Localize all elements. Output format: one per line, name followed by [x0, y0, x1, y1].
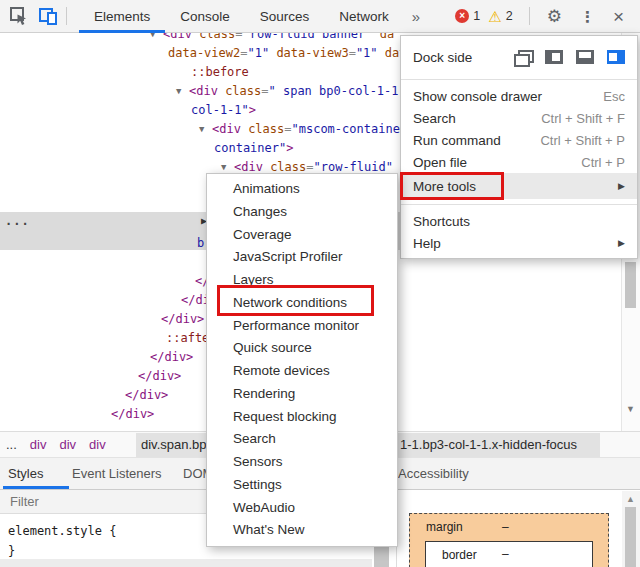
warning-icon[interactable]: ⚠ [488, 9, 501, 24]
menu-divider [401, 79, 637, 80]
dom-tree-line: </div> [150, 350, 193, 365]
devtools-window: ElementsConsoleSourcesNetwork» × 1 ⚠ 2 ⚙… [0, 0, 640, 567]
submenu-arrow-icon: ▶ [618, 181, 625, 191]
menu-item-help[interactable]: Help▶ [401, 232, 637, 254]
tab-network[interactable]: Network [324, 0, 404, 33]
dom-tree-line: </div> [125, 388, 168, 403]
tab-styles[interactable]: Styles [8, 458, 43, 489]
submenu-item-quick-source[interactable]: Quick source [207, 337, 397, 360]
submenu-item-changes[interactable]: Changes [207, 201, 397, 224]
filter-input[interactable]: Filter [10, 490, 39, 513]
more-tabs-icon[interactable]: » [404, 0, 428, 33]
submenu-item-request-blocking[interactable]: Request blocking [207, 406, 397, 429]
more-tools-highlight-box [400, 172, 504, 200]
menu-shortcut: Ctrl + P [581, 155, 625, 170]
dock-bottom-icon[interactable] [576, 50, 594, 64]
menu-item-label: Open file [413, 155, 467, 170]
submenu-item-animations[interactable]: Animations [207, 178, 397, 201]
menu-divider [401, 204, 637, 205]
styles-scrollbar-thumb[interactable] [374, 547, 389, 567]
menu-item-dock-side[interactable]: Dock side [401, 40, 637, 74]
scroll-up-arrow-icon[interactable]: ▲ [624, 494, 637, 504]
sidebar-scrollbar-thumb[interactable] [625, 507, 636, 567]
tab-event-listeners[interactable]: Event Listeners [72, 458, 162, 489]
devtools-main-menu: Dock sideShow console drawerEscSearchCtr… [400, 35, 638, 259]
devtools-toolbar: ElementsConsoleSourcesNetwork» × 1 ⚠ 2 ⚙… [0, 0, 640, 33]
device-toolbar-icon[interactable] [38, 6, 58, 26]
tab-elements[interactable]: Elements [79, 0, 165, 33]
dom-tree-line: container"> [214, 141, 293, 156]
menu-dots-icon[interactable]: ⋮ [580, 9, 595, 24]
margin-label: margin [426, 520, 463, 534]
toolbar-divider [66, 7, 67, 25]
dom-tree-line: </div> [161, 312, 204, 327]
breadcrumb-list: divdivdiv [30, 437, 119, 452]
dock-side-icons [514, 50, 625, 64]
menu-shortcut: Esc [603, 89, 625, 104]
border-label: border [442, 548, 477, 562]
submenu-item-performance-monitor[interactable]: Performance monitor [207, 315, 397, 338]
dock-left-icon[interactable] [545, 50, 563, 64]
error-icon[interactable]: × [455, 9, 469, 23]
submenu-item-search[interactable]: Search [207, 428, 397, 451]
error-x-glyph: × [459, 11, 465, 21]
submenu-item-coverage[interactable]: Coverage [207, 224, 397, 247]
breadcrumb-crumb[interactable]: div [59, 437, 76, 452]
breadcrumb-crumb[interactable]: div [89, 437, 106, 452]
undock-icon[interactable] [514, 50, 532, 64]
submenu-item-sensors[interactable]: Sensors [207, 451, 397, 474]
menu-item-label: Shortcuts [413, 214, 470, 229]
metrics-pane: margin – border – [396, 490, 640, 567]
dom-tree-line: b [197, 236, 204, 251]
dom-scrollbar-thumb[interactable] [625, 262, 636, 308]
menu-item-shortcuts[interactable]: Shortcuts [401, 210, 637, 232]
menu-shortcut: Ctrl + Shift + P [540, 133, 625, 148]
dom-tree-line: ::before [191, 65, 249, 80]
styles-horizontal-scrollbar[interactable] [0, 559, 372, 567]
submenu-item-javascript-profiler[interactable]: JavaScript Profiler [207, 246, 397, 269]
submenu-item-remote-devices[interactable]: Remote devices [207, 360, 397, 383]
settings-gear-icon[interactable]: ⚙ [547, 8, 562, 25]
submenu-item-webaudio[interactable]: WebAudio [207, 497, 397, 520]
dom-tree-line: </div> [138, 369, 181, 384]
menu-item-search[interactable]: SearchCtrl + Shift + F [401, 107, 637, 129]
dom-tree-line: data-view2="1" data-view3="1" dat [168, 46, 406, 61]
submenu-item-what-s-new[interactable]: What's New [207, 519, 397, 542]
tab-sources[interactable]: Sources [245, 0, 325, 33]
menu-item-label: Show console drawer [413, 89, 542, 104]
panel-tabs: ElementsConsoleSourcesNetwork» [79, 0, 428, 33]
toolbar-right-group: × 1 ⚠ 2 ⚙ ⋮ × [455, 7, 640, 26]
breadcrumb-crumb[interactable]: div [30, 437, 47, 452]
active-tab-underline [3, 486, 69, 489]
menu-item-run-command[interactable]: Run commandCtrl + Shift + P [401, 129, 637, 151]
box-model-border[interactable]: border – [425, 541, 593, 567]
menu-shortcut: Ctrl + Shift + F [541, 111, 625, 126]
menu-item-show-console-drawer[interactable]: Show console drawerEsc [401, 85, 637, 107]
border-value[interactable]: – [502, 547, 509, 561]
error-count: 1 [473, 9, 480, 23]
margin-value[interactable]: – [502, 520, 509, 534]
tab-accessibility[interactable]: Accessibility [398, 458, 469, 489]
network-conditions-highlight-box [217, 285, 374, 316]
submenu-item-rendering[interactable]: Rendering [207, 383, 397, 406]
breadcrumb-ellipsis[interactable]: ... [6, 437, 17, 452]
box-model-margin[interactable]: margin – border – [409, 513, 609, 567]
inspect-element-icon[interactable] [9, 6, 29, 26]
breadcrumb-selected-right: 1-1.bp3-col-1-1.x-hidden-focus [400, 433, 577, 457]
more-tools-submenu: AnimationsChangesCoverageJavaScript Prof… [206, 173, 398, 547]
dom-tree-line: col-1-1"> [191, 103, 256, 118]
selected-node-gutter-dots: ... [5, 214, 30, 228]
menu-item-label: Help [413, 236, 441, 251]
dom-tree-line: ▼<div class="row-fluid banner" da [150, 33, 394, 42]
menu-item-open-file[interactable]: Open fileCtrl + P [401, 151, 637, 173]
tab-console[interactable]: Console [165, 0, 245, 33]
dom-tree-line: </div> [111, 407, 154, 422]
menu-item-label: Search [413, 111, 456, 126]
dom-tree-line: ▼<div class="mscom-container- [199, 122, 414, 137]
dom-tree-line: ▼<div class=" span bp0-col-1-1 [176, 84, 399, 99]
submenu-arrow-icon: ▶ [618, 238, 625, 248]
dock-right-icon[interactable] [607, 50, 625, 64]
scroll-down-arrow-icon[interactable]: ▼ [624, 404, 637, 414]
submenu-item-settings[interactable]: Settings [207, 474, 397, 497]
close-icon[interactable]: × [613, 7, 624, 26]
